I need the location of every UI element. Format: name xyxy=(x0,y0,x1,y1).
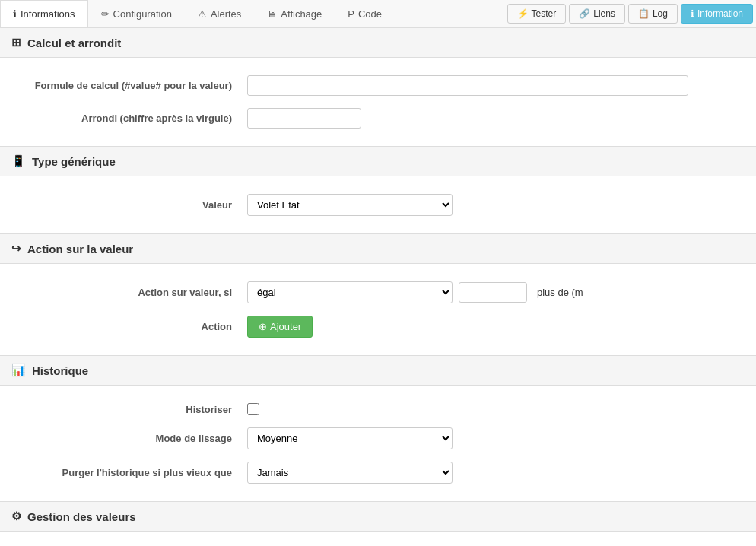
header-actions: ⚡ Tester 🔗 Liens 📋 Log ℹ Information xyxy=(504,0,756,27)
section-calcul-header: ⊞ Calcul et arrondit xyxy=(0,27,756,58)
formule-row: Formule de calcul (#value# pour la valeu… xyxy=(0,69,756,102)
mode-lissage-row: Mode de lissage Moyenne Aucun Maximum Mi… xyxy=(0,421,756,456)
section-historique-body: Historiser Mode de lissage Moyenne Aucun… xyxy=(0,386,756,501)
arrondi-input[interactable] xyxy=(247,108,361,129)
phone-icon: 📱 xyxy=(11,154,26,168)
wrench-icon: ✏ xyxy=(101,8,110,20)
valeur-label: Valeur xyxy=(11,199,240,211)
code-icon: P xyxy=(348,8,354,20)
section-type-header: 📱 Type générique xyxy=(0,146,756,176)
ajouter-button[interactable]: ⊕ Ajouter xyxy=(247,316,313,338)
section-calcul-body: Formule de calcul (#value# pour la valeu… xyxy=(0,58,756,146)
gestion-icon: ⚙ xyxy=(11,509,21,523)
formule-input[interactable] xyxy=(247,75,688,96)
formule-label: Formule de calcul (#value# pour la valeu… xyxy=(11,80,240,91)
valeur-row: Valeur Volet Etat Volet Ouverture Lumièr… xyxy=(0,188,756,222)
tab-informations[interactable]: ℹ Informations xyxy=(0,0,88,27)
mode-lissage-label: Mode de lissage xyxy=(11,433,240,444)
tab-bar: ℹ Informations ✏ Configuration ⚠ Alertes… xyxy=(0,0,395,27)
valeurs-interdites-row: Valeurs interdites (séparé par ":") xyxy=(0,543,756,546)
information-button[interactable]: ℹ Information xyxy=(681,4,753,24)
log-icon: 📋 xyxy=(638,8,650,19)
action-condition-row: Action sur valeur, si égal supérieur inf… xyxy=(0,275,756,310)
liens-button[interactable]: 🔗 Liens xyxy=(569,4,625,24)
plus-icon: ⊕ xyxy=(259,321,267,332)
mode-lissage-select[interactable]: Moyenne Aucun Maximum Minimum xyxy=(247,427,453,449)
tester-icon: ⚡ xyxy=(517,8,529,19)
display-icon: 🖥 xyxy=(267,8,277,20)
tab-code[interactable]: P Code xyxy=(335,0,395,27)
section-historique-header: 📊 Historique xyxy=(0,355,756,386)
information-icon: ℹ xyxy=(691,8,694,19)
historiser-row: Historiser xyxy=(0,397,756,421)
arrondi-label: Arrondi (chiffre après la virgule) xyxy=(11,113,240,124)
action-arrow-icon: ↪ xyxy=(11,242,21,256)
action-label: Action xyxy=(11,321,240,332)
section-gestion-body: Valeurs interdites (séparé par ":") xyxy=(0,532,756,546)
action-condition-select[interactable]: égal supérieur inférieur différent xyxy=(247,281,453,303)
arrondi-row: Arrondi (chiffre après la virgule) xyxy=(0,102,756,135)
tab-configuration[interactable]: ✏ Configuration xyxy=(88,0,185,27)
action-ajouter-row: Action ⊕ Ajouter xyxy=(0,310,756,344)
section-gestion-header: ⚙ Gestion des valeurs xyxy=(0,501,756,532)
liens-icon: 🔗 xyxy=(579,8,590,19)
purger-select[interactable]: Jamais 1 mois 3 mois 6 mois 1 an xyxy=(247,462,453,484)
plus-de-text: plus de (m xyxy=(537,287,583,298)
tester-button[interactable]: ⚡ Tester xyxy=(507,4,567,24)
purger-row: Purger l'historique si plus vieux que Ja… xyxy=(0,456,756,490)
grid-icon: ⊞ xyxy=(11,36,21,49)
historiser-label: Historiser xyxy=(11,404,240,415)
historiser-checkbox[interactable] xyxy=(247,403,259,415)
action-condition-value-input[interactable] xyxy=(459,282,527,303)
alert-icon: ⚠ xyxy=(198,8,207,20)
chart-icon: 📊 xyxy=(11,363,26,377)
section-action-header: ↪ Action sur la valeur xyxy=(0,233,756,264)
info-icon: ℹ xyxy=(13,8,17,20)
tab-alertes[interactable]: ⚠ Alertes xyxy=(185,0,254,27)
action-condition-controls: égal supérieur inférieur différent plus … xyxy=(247,281,583,303)
tab-affichage[interactable]: 🖥 Affichage xyxy=(254,0,335,27)
header: ℹ Informations ✏ Configuration ⚠ Alertes… xyxy=(0,0,756,27)
section-action-body: Action sur valeur, si égal supérieur inf… xyxy=(0,264,756,355)
action-condition-label: Action sur valeur, si xyxy=(11,287,240,298)
main-content: ⊞ Calcul et arrondit Formule de calcul (… xyxy=(0,27,756,546)
section-type-body: Valeur Volet Etat Volet Ouverture Lumièr… xyxy=(0,176,756,233)
valeur-select[interactable]: Volet Etat Volet Ouverture Lumière Tempé… xyxy=(247,194,453,216)
log-button[interactable]: 📋 Log xyxy=(628,4,678,24)
purger-label: Purger l'historique si plus vieux que xyxy=(11,467,240,478)
